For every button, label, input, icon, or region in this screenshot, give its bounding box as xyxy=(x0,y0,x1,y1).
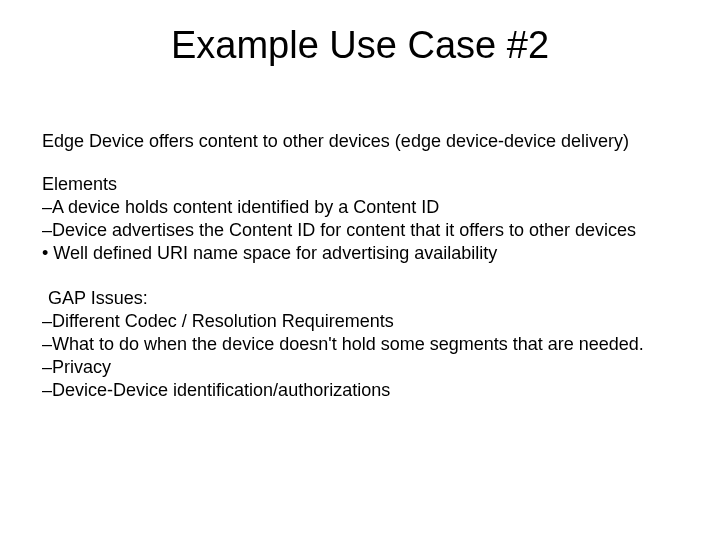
gap-item-text: Device-Device identification/authorizati… xyxy=(52,380,390,400)
elements-item: Device advertises the Content ID for con… xyxy=(42,219,678,242)
gap-heading: GAP Issues: xyxy=(48,287,678,310)
elements-heading: Elements xyxy=(42,173,678,196)
gap-item: What to do when the device doesn't hold … xyxy=(42,333,678,356)
gap-block: GAP Issues: Different Codec / Resolution… xyxy=(42,287,678,402)
elements-bullet-text: Well defined URI name space for advertis… xyxy=(53,243,497,263)
slide-title: Example Use Case #2 xyxy=(0,24,720,67)
gap-item-text: Privacy xyxy=(52,357,111,377)
gap-item-text: Different Codec / Resolution Requirement… xyxy=(52,311,394,331)
elements-bullet: Well defined URI name space for advertis… xyxy=(42,242,678,265)
subtitle-line: Edge Device offers content to other devi… xyxy=(42,130,678,153)
gap-item-text: What to do when the device doesn't hold … xyxy=(52,334,644,354)
elements-item-text: Device advertises the Content ID for con… xyxy=(52,220,636,240)
gap-item: Device-Device identification/authorizati… xyxy=(42,379,678,402)
elements-item-text: A device holds content identified by a C… xyxy=(52,197,439,217)
elements-block: Elements A device holds content identifi… xyxy=(42,173,678,265)
gap-item: Privacy xyxy=(42,356,678,379)
elements-item: A device holds content identified by a C… xyxy=(42,196,678,219)
slide-body: Edge Device offers content to other devi… xyxy=(42,130,678,402)
gap-item: Different Codec / Resolution Requirement… xyxy=(42,310,678,333)
